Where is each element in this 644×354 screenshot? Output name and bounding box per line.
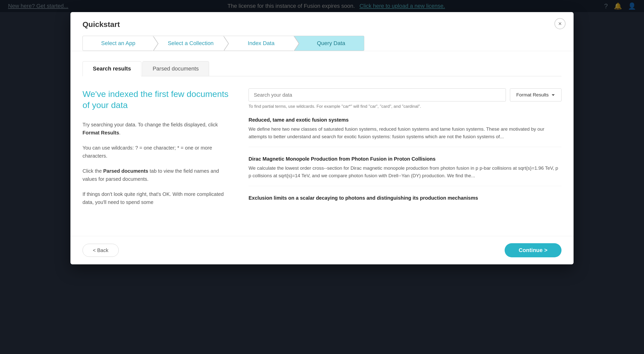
quickstart-modal: Quickstart × Select an AppSelect a Colle… xyxy=(70,12,574,264)
close-button[interactable]: × xyxy=(554,18,566,29)
left-panel-p3: Click the Parsed documents tab to view t… xyxy=(83,167,233,183)
modal-header: Quickstart × Select an AppSelect a Colle… xyxy=(70,12,574,51)
left-panel-p4: If things don't look quite right, that's… xyxy=(83,190,233,206)
left-panel-heading: We've indexed the first few documents of… xyxy=(83,88,233,111)
result-snippet: We calculate the lowest order cross--sec… xyxy=(249,164,561,180)
continue-button[interactable]: Continue > xyxy=(505,243,561,257)
result-item: Dirac Magnetic Monopole Production from … xyxy=(249,156,561,186)
chevron-down-icon xyxy=(551,93,555,97)
content-area: We've indexed the first few documents of… xyxy=(83,88,561,228)
result-title: Exclusion limits on a scalar decaying to… xyxy=(249,195,561,201)
left-panel: We've indexed the first few documents of… xyxy=(83,88,233,228)
modal-footer: < Back Continue > xyxy=(70,236,574,264)
tab-0[interactable]: Search results xyxy=(83,61,141,76)
results-container[interactable]: Reduced, tame and exotic fusion systemsW… xyxy=(249,117,561,228)
result-title: Dirac Magnetic Monopole Production from … xyxy=(249,156,561,162)
result-item: Reduced, tame and exotic fusion systemsW… xyxy=(249,117,561,147)
wizard-step-2[interactable]: Index Data xyxy=(223,36,294,51)
right-panel: Format Results To find partial terms, us… xyxy=(249,88,561,228)
format-results-button[interactable]: Format Results xyxy=(510,88,561,101)
wizard-step-0[interactable]: Select an App xyxy=(83,36,153,51)
tab-1[interactable]: Parsed documents xyxy=(142,61,209,76)
left-panel-p2: You can use wildcards: ? = one character… xyxy=(83,144,233,160)
tabs: Search resultsParsed documents xyxy=(83,61,561,76)
modal-overlay: Quickstart × Select an AppSelect a Colle… xyxy=(0,0,644,354)
wizard-step-3[interactable]: Query Data xyxy=(294,36,364,51)
result-title: Reduced, tame and exotic fusion systems xyxy=(249,117,561,123)
wizard-steps: Select an AppSelect a CollectionIndex Da… xyxy=(83,36,561,51)
search-hint: To find partial terms, use wildcards. Fo… xyxy=(249,104,561,109)
format-results-label: Format Results xyxy=(516,92,549,98)
modal-body: Search resultsParsed documents We've ind… xyxy=(70,51,574,236)
search-row: Format Results xyxy=(249,88,561,101)
wizard-step-1[interactable]: Select a Collection xyxy=(153,36,223,51)
result-item: Exclusion limits on a scalar decaying to… xyxy=(249,195,561,209)
result-snippet: We define here two new classes of satura… xyxy=(249,125,561,141)
left-panel-p1: Try searching your data. To change the f… xyxy=(83,121,233,137)
back-button[interactable]: < Back xyxy=(83,244,119,257)
search-input[interactable] xyxy=(249,88,506,101)
modal-title: Quickstart xyxy=(83,20,561,29)
